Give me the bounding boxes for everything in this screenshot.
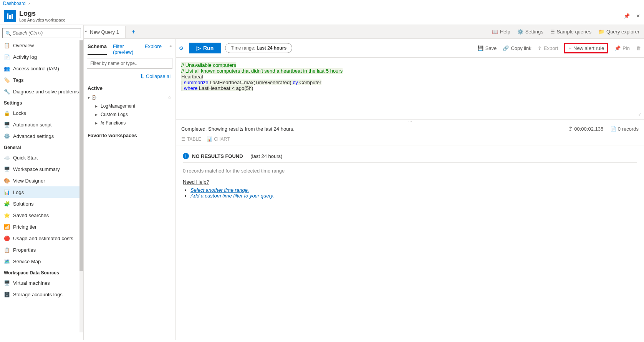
- filter-tab[interactable]: Filter (preview): [113, 43, 139, 55]
- time-range-selector[interactable]: Time range: Last 24 hours: [225, 43, 292, 53]
- active-section: Active: [87, 83, 172, 93]
- nav-locks[interactable]: 🔒Locks: [0, 107, 83, 119]
- search-input[interactable]: [2, 28, 81, 38]
- tree-logmanagement[interactable]: ▸LogManagement: [87, 102, 172, 110]
- nav-saved-searches[interactable]: ⭐Saved searches: [0, 209, 83, 221]
- sidebar-scrollbar[interactable]: [79, 40, 83, 332]
- nav-solutions[interactable]: 🧩Solutions: [0, 198, 83, 209]
- nav-diagnose[interactable]: 🔧Diagnose and solve problems: [0, 86, 83, 97]
- svg-rect-1: [9, 15, 11, 19]
- logs-nav-icon: 📊: [4, 189, 10, 195]
- help-button[interactable]: 📖Help: [492, 29, 510, 35]
- run-button[interactable]: ▷Run: [189, 43, 221, 53]
- pin-header-icon[interactable]: 📌: [624, 13, 630, 19]
- chart-icon: 📊: [207, 136, 212, 142]
- overview-icon: 📋: [4, 42, 10, 48]
- favorite-icon[interactable]: ☆: [167, 95, 172, 100]
- breadcrumb-sep: ›: [28, 1, 30, 6]
- view-chart-button[interactable]: 📊CHART: [207, 136, 230, 142]
- logs-icon: [4, 10, 16, 22]
- map-icon: 🗺️: [4, 258, 10, 264]
- tab-query-1[interactable]: New Query 1: [84, 26, 126, 38]
- diagnose-icon: 🔧: [4, 88, 10, 95]
- svg-rect-2: [12, 14, 13, 19]
- book-icon: 📖: [492, 29, 498, 35]
- storage-icon: 🗄️: [4, 291, 10, 297]
- help-link-timerange[interactable]: Select another time range.: [190, 187, 249, 193]
- nav-storage[interactable]: 🗄️Storage accounts logs: [0, 289, 83, 300]
- sample-queries-button[interactable]: ☰Sample queries: [550, 29, 591, 35]
- pane-divider[interactable]: ⋯: [176, 119, 644, 123]
- tab-bar: New Query 1 + 📖Help ⚙️Settings ☰Sample q…: [84, 25, 644, 39]
- explore-tab[interactable]: Explore: [145, 43, 162, 55]
- nav-workspace-summary[interactable]: 🖥️Workspace summary: [0, 163, 83, 175]
- tree-root[interactable]: ▾ ⌚ ☆: [87, 93, 172, 102]
- export-button[interactable]: ⇪Export: [538, 45, 558, 51]
- vm-icon: 🖥️: [4, 280, 10, 286]
- filter-icon[interactable]: ⚙: [179, 45, 184, 51]
- help-link-custom-filter[interactable]: Add a custom time filter to your query.: [190, 193, 274, 199]
- delete-icon[interactable]: 🗑: [636, 45, 641, 51]
- page-title: Logs: [19, 10, 65, 18]
- schema-tab[interactable]: Schema: [88, 43, 107, 55]
- query-explorer-button[interactable]: 📁Query explorer: [598, 29, 639, 35]
- schema-filter-input[interactable]: [87, 58, 172, 69]
- nav-access-control[interactable]: 👥Access control (IAM): [0, 63, 83, 74]
- search-icon: 🔍: [5, 31, 11, 36]
- nav-pricing[interactable]: 📶Pricing tier: [0, 221, 83, 232]
- tab-add-button[interactable]: +: [126, 25, 141, 38]
- nav-activity-log[interactable]: 📄Activity log: [0, 51, 83, 63]
- breadcrumb-root[interactable]: Dashboard: [3, 1, 26, 6]
- list-icon: ☰: [550, 29, 555, 35]
- nav-vms[interactable]: 🖥️Virtual machines: [0, 277, 83, 289]
- breadcrumb[interactable]: Dashboard ›: [0, 0, 644, 7]
- nav-quick-start[interactable]: ☁️Quick Start: [0, 152, 83, 163]
- tag-icon: 🏷️: [4, 77, 10, 83]
- clock-icon: ⏱: [568, 126, 573, 132]
- nav-service-map[interactable]: 🗺️Service Map: [0, 256, 83, 267]
- results-status-bar: Completed. Showing results from the last…: [176, 123, 644, 135]
- sidebar-collapse-icon[interactable]: «: [85, 29, 87, 33]
- nav-view-designer[interactable]: 🎨View Designer: [0, 175, 83, 186]
- gear-icon: ⚙️: [517, 29, 523, 35]
- close-header-icon[interactable]: ✕: [636, 13, 640, 19]
- nav-advanced[interactable]: ⚙️Advanced settings: [0, 130, 83, 142]
- nav-logs[interactable]: 📊Logs: [0, 186, 83, 198]
- link-icon: 🔗: [503, 45, 509, 51]
- new-alert-rule-button[interactable]: +New alert rule: [564, 43, 608, 53]
- summary-icon: 🖥️: [4, 166, 10, 172]
- nav-tags[interactable]: 🏷️Tags: [0, 74, 83, 86]
- page-subtitle: Log Analytics workspace: [19, 18, 65, 22]
- group-wds: Workspace Data Sources: [0, 267, 83, 277]
- collapse-all-button[interactable]: ⇅ Collapse all: [87, 72, 172, 83]
- view-table-button[interactable]: ☰TABLE: [181, 136, 201, 142]
- copylink-button[interactable]: 🔗Copy link: [503, 45, 531, 51]
- need-help-heading: Need Help?: [183, 179, 209, 185]
- favorite-workspaces: Favorite workspaces: [87, 130, 172, 141]
- settings-button[interactable]: ⚙️Settings: [517, 29, 543, 35]
- pricing-icon: 📶: [4, 224, 10, 230]
- schema-pane: Schema Filter (preview) Explore « ⇅ Coll…: [84, 39, 176, 340]
- star-icon: ⭐: [4, 212, 10, 218]
- duration-label: ⏱ 00:00:02.135: [568, 126, 604, 132]
- iam-icon: 👥: [4, 65, 10, 71]
- pin-button[interactable]: 📌Pin: [614, 45, 630, 51]
- nav-properties[interactable]: 📋Properties: [0, 244, 83, 256]
- page-header: Logs Log Analytics workspace 📌 ✕: [0, 7, 644, 25]
- query-toolbar: ⚙ ▷Run Time range: Last 24 hours 💾Save 🔗…: [176, 39, 644, 58]
- pin-icon: 📌: [614, 45, 621, 51]
- no-results-range: (last 24 hours): [250, 153, 282, 159]
- query-editor[interactable]: // Unavailable computers // List all kno…: [176, 58, 644, 119]
- no-results-text: NO RESULTS FOUND: [192, 153, 243, 159]
- save-button[interactable]: 💾Save: [477, 45, 497, 51]
- plus-icon: +: [568, 45, 571, 51]
- nav-automation[interactable]: 🖥️Automation script: [0, 119, 83, 130]
- script-icon: 🖥️: [4, 121, 10, 128]
- tree-customlogs[interactable]: ▸Custom Logs: [87, 110, 172, 119]
- nav-overview[interactable]: 📋Overview: [0, 40, 83, 51]
- tree-functions[interactable]: ▸ fx Functions: [87, 119, 172, 127]
- schema-collapse-icon[interactable]: «: [169, 43, 172, 55]
- info-icon: i: [183, 153, 189, 159]
- expand-editor-icon[interactable]: ⤢: [638, 112, 642, 117]
- nav-usage[interactable]: 🔴Usage and estimated costs: [0, 232, 83, 244]
